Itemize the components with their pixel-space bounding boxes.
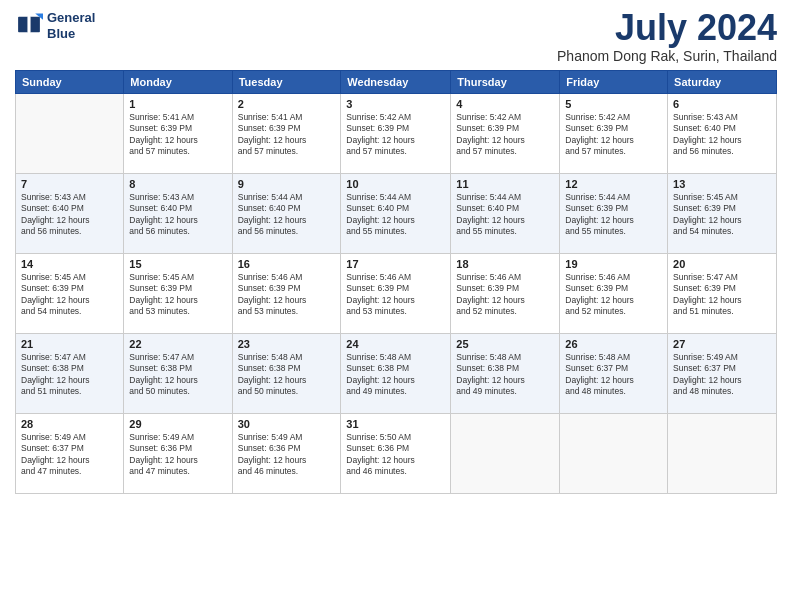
table-cell: 3Sunrise: 5:42 AM Sunset: 6:39 PM Daylig… [341, 94, 451, 174]
table-cell: 7Sunrise: 5:43 AM Sunset: 6:40 PM Daylig… [16, 174, 124, 254]
day-number: 10 [346, 178, 445, 190]
day-number: 31 [346, 418, 445, 430]
day-info: Sunrise: 5:49 AM Sunset: 6:36 PM Dayligh… [129, 432, 226, 478]
day-info: Sunrise: 5:43 AM Sunset: 6:40 PM Dayligh… [673, 112, 771, 158]
title-block: July 2024 Phanom Dong Rak, Surin, Thaila… [557, 10, 777, 64]
week-row-5: 28Sunrise: 5:49 AM Sunset: 6:37 PM Dayli… [16, 414, 777, 494]
table-cell: 29Sunrise: 5:49 AM Sunset: 6:36 PM Dayli… [124, 414, 232, 494]
day-info: Sunrise: 5:44 AM Sunset: 6:40 PM Dayligh… [238, 192, 336, 238]
table-cell: 8Sunrise: 5:43 AM Sunset: 6:40 PM Daylig… [124, 174, 232, 254]
day-info: Sunrise: 5:48 AM Sunset: 6:37 PM Dayligh… [565, 352, 662, 398]
day-info: Sunrise: 5:49 AM Sunset: 6:36 PM Dayligh… [238, 432, 336, 478]
day-number: 8 [129, 178, 226, 190]
day-number: 24 [346, 338, 445, 350]
day-number: 2 [238, 98, 336, 110]
day-info: Sunrise: 5:45 AM Sunset: 6:39 PM Dayligh… [129, 272, 226, 318]
day-number: 14 [21, 258, 118, 270]
col-saturday: Saturday [668, 71, 777, 94]
table-cell: 10Sunrise: 5:44 AM Sunset: 6:40 PM Dayli… [341, 174, 451, 254]
day-number: 15 [129, 258, 226, 270]
table-cell: 16Sunrise: 5:46 AM Sunset: 6:39 PM Dayli… [232, 254, 341, 334]
month-title: July 2024 [557, 10, 777, 46]
day-info: Sunrise: 5:47 AM Sunset: 6:38 PM Dayligh… [21, 352, 118, 398]
day-info: Sunrise: 5:45 AM Sunset: 6:39 PM Dayligh… [21, 272, 118, 318]
col-wednesday: Wednesday [341, 71, 451, 94]
day-info: Sunrise: 5:41 AM Sunset: 6:39 PM Dayligh… [238, 112, 336, 158]
day-number: 20 [673, 258, 771, 270]
table-cell: 17Sunrise: 5:46 AM Sunset: 6:39 PM Dayli… [341, 254, 451, 334]
day-number: 22 [129, 338, 226, 350]
table-cell [16, 94, 124, 174]
day-info: Sunrise: 5:46 AM Sunset: 6:39 PM Dayligh… [456, 272, 554, 318]
day-number: 5 [565, 98, 662, 110]
table-cell: 18Sunrise: 5:46 AM Sunset: 6:39 PM Dayli… [451, 254, 560, 334]
day-number: 4 [456, 98, 554, 110]
day-number: 21 [21, 338, 118, 350]
day-info: Sunrise: 5:49 AM Sunset: 6:37 PM Dayligh… [673, 352, 771, 398]
col-tuesday: Tuesday [232, 71, 341, 94]
day-info: Sunrise: 5:47 AM Sunset: 6:38 PM Dayligh… [129, 352, 226, 398]
day-info: Sunrise: 5:46 AM Sunset: 6:39 PM Dayligh… [346, 272, 445, 318]
table-cell: 30Sunrise: 5:49 AM Sunset: 6:36 PM Dayli… [232, 414, 341, 494]
table-cell: 20Sunrise: 5:47 AM Sunset: 6:39 PM Dayli… [668, 254, 777, 334]
day-info: Sunrise: 5:41 AM Sunset: 6:39 PM Dayligh… [129, 112, 226, 158]
logo-icon [15, 12, 43, 40]
day-number: 11 [456, 178, 554, 190]
week-row-3: 14Sunrise: 5:45 AM Sunset: 6:39 PM Dayli… [16, 254, 777, 334]
table-cell: 25Sunrise: 5:48 AM Sunset: 6:38 PM Dayli… [451, 334, 560, 414]
table-cell: 23Sunrise: 5:48 AM Sunset: 6:38 PM Dayli… [232, 334, 341, 414]
day-info: Sunrise: 5:44 AM Sunset: 6:40 PM Dayligh… [456, 192, 554, 238]
day-info: Sunrise: 5:44 AM Sunset: 6:39 PM Dayligh… [565, 192, 662, 238]
table-cell: 15Sunrise: 5:45 AM Sunset: 6:39 PM Dayli… [124, 254, 232, 334]
table-cell: 14Sunrise: 5:45 AM Sunset: 6:39 PM Dayli… [16, 254, 124, 334]
col-monday: Monday [124, 71, 232, 94]
table-cell: 4Sunrise: 5:42 AM Sunset: 6:39 PM Daylig… [451, 94, 560, 174]
table-cell: 2Sunrise: 5:41 AM Sunset: 6:39 PM Daylig… [232, 94, 341, 174]
day-number: 17 [346, 258, 445, 270]
day-info: Sunrise: 5:42 AM Sunset: 6:39 PM Dayligh… [565, 112, 662, 158]
page: General Blue July 2024 Phanom Dong Rak, … [0, 0, 792, 612]
day-info: Sunrise: 5:49 AM Sunset: 6:37 PM Dayligh… [21, 432, 118, 478]
day-info: Sunrise: 5:47 AM Sunset: 6:39 PM Dayligh… [673, 272, 771, 318]
day-info: Sunrise: 5:46 AM Sunset: 6:39 PM Dayligh… [565, 272, 662, 318]
table-cell: 24Sunrise: 5:48 AM Sunset: 6:38 PM Dayli… [341, 334, 451, 414]
day-number: 23 [238, 338, 336, 350]
calendar-header-row: Sunday Monday Tuesday Wednesday Thursday… [16, 71, 777, 94]
table-cell: 31Sunrise: 5:50 AM Sunset: 6:36 PM Dayli… [341, 414, 451, 494]
col-thursday: Thursday [451, 71, 560, 94]
day-info: Sunrise: 5:46 AM Sunset: 6:39 PM Dayligh… [238, 272, 336, 318]
table-cell [668, 414, 777, 494]
calendar-table: Sunday Monday Tuesday Wednesday Thursday… [15, 70, 777, 494]
day-number: 16 [238, 258, 336, 270]
table-cell: 27Sunrise: 5:49 AM Sunset: 6:37 PM Dayli… [668, 334, 777, 414]
table-cell: 22Sunrise: 5:47 AM Sunset: 6:38 PM Dayli… [124, 334, 232, 414]
svg-rect-1 [18, 16, 28, 32]
table-cell: 6Sunrise: 5:43 AM Sunset: 6:40 PM Daylig… [668, 94, 777, 174]
day-info: Sunrise: 5:44 AM Sunset: 6:40 PM Dayligh… [346, 192, 445, 238]
table-cell: 19Sunrise: 5:46 AM Sunset: 6:39 PM Dayli… [560, 254, 668, 334]
day-number: 7 [21, 178, 118, 190]
day-info: Sunrise: 5:48 AM Sunset: 6:38 PM Dayligh… [456, 352, 554, 398]
day-info: Sunrise: 5:42 AM Sunset: 6:39 PM Dayligh… [456, 112, 554, 158]
day-info: Sunrise: 5:42 AM Sunset: 6:39 PM Dayligh… [346, 112, 445, 158]
table-cell: 21Sunrise: 5:47 AM Sunset: 6:38 PM Dayli… [16, 334, 124, 414]
day-number: 3 [346, 98, 445, 110]
day-number: 27 [673, 338, 771, 350]
day-number: 9 [238, 178, 336, 190]
day-info: Sunrise: 5:43 AM Sunset: 6:40 PM Dayligh… [129, 192, 226, 238]
col-friday: Friday [560, 71, 668, 94]
day-number: 26 [565, 338, 662, 350]
day-info: Sunrise: 5:50 AM Sunset: 6:36 PM Dayligh… [346, 432, 445, 478]
day-number: 30 [238, 418, 336, 430]
table-cell [560, 414, 668, 494]
table-cell: 9Sunrise: 5:44 AM Sunset: 6:40 PM Daylig… [232, 174, 341, 254]
day-number: 19 [565, 258, 662, 270]
day-number: 28 [21, 418, 118, 430]
week-row-4: 21Sunrise: 5:47 AM Sunset: 6:38 PM Dayli… [16, 334, 777, 414]
day-info: Sunrise: 5:48 AM Sunset: 6:38 PM Dayligh… [238, 352, 336, 398]
table-cell: 28Sunrise: 5:49 AM Sunset: 6:37 PM Dayli… [16, 414, 124, 494]
day-info: Sunrise: 5:43 AM Sunset: 6:40 PM Dayligh… [21, 192, 118, 238]
table-cell [451, 414, 560, 494]
table-cell: 11Sunrise: 5:44 AM Sunset: 6:40 PM Dayli… [451, 174, 560, 254]
svg-rect-3 [27, 16, 30, 32]
